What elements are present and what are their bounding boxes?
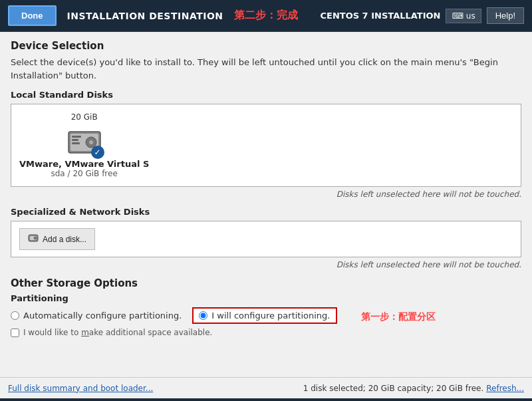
manual-partition-highlight: I will configure partitioning.	[192, 307, 336, 324]
add-disk-icon	[28, 233, 39, 245]
additional-space-checkbox[interactable]	[11, 329, 19, 337]
specialized-disks-area: Add a disk...	[11, 221, 521, 257]
partitioning-section: Partitioning Automatically configure par…	[11, 293, 521, 337]
svg-point-9	[34, 237, 37, 240]
manual-partition-option[interactable]: I will configure partitioning.	[192, 307, 336, 324]
specialized-disks-note: Disks left unselected here will not be t…	[11, 260, 521, 269]
svg-rect-6	[72, 142, 80, 144]
done-button[interactable]: Done	[8, 5, 57, 26]
app-title: INSTALLATION DESTINATION	[67, 11, 223, 21]
refresh-link[interactable]: Refresh...	[486, 384, 524, 393]
footer: Full disk summary and boot loader... 1 d…	[0, 377, 532, 398]
keyboard-badge[interactable]: ⌨ us	[446, 9, 481, 23]
device-selection-title: Device Selection	[11, 40, 521, 52]
header: Done INSTALLATION DESTINATION 第二步：完成 CEN…	[0, 0, 532, 32]
header-right: CENTOS 7 INSTALLATION ⌨ us Help!	[321, 7, 524, 24]
other-storage-title: Other Storage Options	[11, 277, 521, 289]
disk-item[interactable]: 20 GiB ✓ VMware, VMware Virtual S sda / …	[19, 112, 149, 178]
local-disks-title: Local Standard Disks	[11, 90, 521, 100]
local-disks-note: Disks left unselected here will not be t…	[11, 190, 521, 199]
manual-partition-label: I will configure partitioning.	[211, 311, 330, 321]
local-disks-area: 20 GiB ✓ VMware, VMware Virtual S sda / …	[11, 104, 521, 187]
svg-point-3	[89, 140, 93, 144]
svg-rect-4	[72, 136, 81, 138]
add-disk-label: Add a disk...	[43, 235, 86, 244]
keyboard-lang: us	[466, 11, 475, 21]
disk-info: sda / 20 GiB free	[51, 169, 117, 178]
specialized-disks-title: Specialized & Network Disks	[11, 207, 521, 217]
status-text: 1 disk selected; 20 GiB capacity; 20 GiB…	[303, 384, 483, 393]
footer-status: 1 disk selected; 20 GiB capacity; 20 GiB…	[303, 384, 524, 393]
auto-partition-radio[interactable]	[11, 311, 19, 320]
auto-partition-option[interactable]: Automatically configure partitioning.	[11, 311, 182, 321]
additional-space-label: I would like to make additional space av…	[23, 328, 212, 337]
main-content: Device Selection Select the device(s) yo…	[0, 32, 532, 377]
disk-capacity: 20 GiB	[71, 112, 98, 122]
help-button[interactable]: Help!	[487, 7, 524, 24]
disk-icon-wrapper: ✓	[65, 126, 104, 159]
step-two-label: 第二步：完成	[234, 9, 298, 23]
header-left: Done INSTALLATION DESTINATION 第二步：完成	[8, 5, 298, 26]
disk-selected-checkmark: ✓	[91, 146, 104, 159]
full-disk-summary-link[interactable]: Full disk summary and boot loader...	[8, 384, 153, 393]
additional-space-option[interactable]: I would like to make additional space av…	[11, 328, 521, 337]
centos-title: CENTOS 7 INSTALLATION	[321, 11, 441, 21]
manual-partition-radio[interactable]	[199, 311, 207, 320]
disk-name: VMware, VMware Virtual S	[19, 159, 149, 169]
auto-partition-label: Automatically configure partitioning.	[23, 311, 182, 321]
device-selection-description: Select the device(s) you'd like to insta…	[11, 56, 521, 82]
partitioning-label: Partitioning	[11, 293, 521, 303]
other-storage-section: Other Storage Options Partitioning Autom…	[11, 277, 521, 337]
svg-rect-5	[72, 139, 78, 141]
add-disk-button[interactable]: Add a disk...	[19, 228, 95, 250]
step-one-label: 第一步：配置分区	[361, 311, 436, 323]
keyboard-icon: ⌨	[452, 11, 463, 21]
